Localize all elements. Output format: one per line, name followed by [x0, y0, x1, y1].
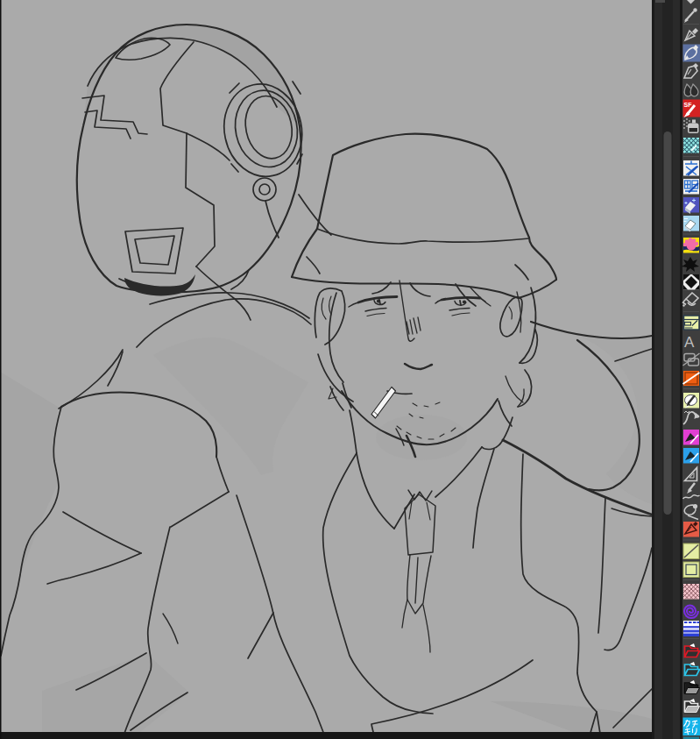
svg-text:A: A [684, 334, 695, 351]
svg-text:SF: SF [684, 102, 693, 108]
